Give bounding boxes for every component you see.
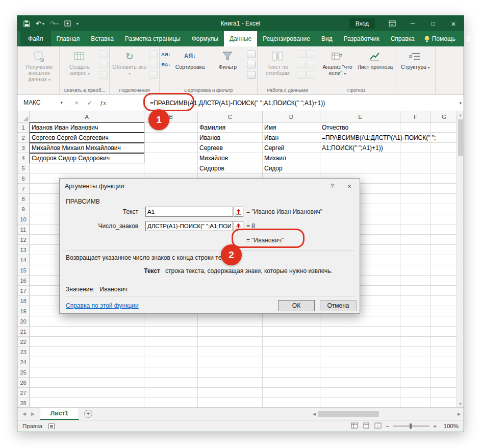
cell-B24[interactable] — [144, 357, 198, 367]
relationships-icon[interactable] — [307, 61, 315, 68]
cell-E24[interactable] — [320, 357, 400, 367]
cell-G16[interactable] — [431, 276, 458, 286]
cell-A24[interactable] — [30, 357, 144, 367]
cell-F11[interactable] — [400, 225, 431, 235]
cell-G3[interactable] — [431, 143, 458, 153]
row-header-1[interactable]: 1 — [17, 122, 30, 133]
cell-G19[interactable] — [431, 306, 458, 316]
tab-help[interactable]: Справка — [385, 31, 420, 46]
cell-G26[interactable] — [431, 378, 458, 388]
minimize-button[interactable]: ─ — [402, 16, 423, 31]
cell-E27[interactable] — [320, 388, 400, 398]
edit-links-icon[interactable] — [149, 71, 158, 79]
cell-C23[interactable] — [198, 347, 263, 357]
row-header-22[interactable]: 22 — [17, 337, 30, 347]
row-header-6[interactable]: 6 — [17, 173, 30, 184]
cell-G8[interactable] — [431, 194, 458, 204]
cell-F14[interactable] — [400, 255, 431, 265]
ribbon-display-options-button[interactable] — [382, 16, 402, 31]
cell-D1[interactable]: Имя — [263, 122, 320, 133]
zoom-out-button[interactable]: − — [386, 423, 390, 429]
cell-A2[interactable]: Сергеев Сергей Сергеевич — [30, 133, 144, 143]
cell-E25[interactable] — [320, 367, 400, 378]
row-header-8[interactable]: 8 — [17, 194, 30, 204]
outline-button[interactable]: Структура ▾ — [397, 48, 434, 85]
cell-D5[interactable]: Сидор — [263, 163, 320, 173]
clear-filter-icon[interactable] — [247, 51, 256, 58]
tab-insert[interactable]: Вставка — [85, 31, 119, 46]
cell-B26[interactable] — [144, 378, 198, 388]
sort-button[interactable]: АЯ↓ Сортировка — [171, 48, 208, 85]
row-header-19[interactable]: 19 — [17, 306, 30, 316]
cell-A23[interactable] — [30, 347, 144, 357]
cell-E3[interactable]: A1;ПОИСК(" ";A1)+1)) — [320, 143, 400, 153]
cell-G25[interactable] — [431, 367, 458, 378]
cell-A1[interactable]: Иванов Иван Иванович — [30, 122, 144, 133]
cell-A22[interactable] — [30, 337, 144, 347]
cell-G1[interactable] — [431, 122, 458, 133]
touch-mode-button[interactable] — [64, 20, 71, 27]
column-header-F[interactable]: F — [400, 111, 431, 122]
advanced-filter-icon[interactable] — [247, 71, 256, 79]
field-input-num-chars[interactable] — [145, 221, 233, 231]
cell-F26[interactable] — [400, 378, 431, 388]
tab-formulas[interactable]: Формулы — [186, 31, 224, 46]
cell-A3[interactable]: Михайлов Михаил Михайлович — [30, 143, 144, 153]
cell-F1[interactable] — [400, 122, 431, 133]
row-header-23[interactable]: 23 — [17, 347, 30, 357]
cell-D22[interactable] — [263, 337, 320, 347]
expand-formula-bar-icon[interactable]: ▾ — [459, 95, 462, 111]
zoom-slider-thumb[interactable] — [410, 424, 412, 429]
cell-C5[interactable]: Сидоров — [198, 163, 263, 173]
cell-E5[interactable] — [320, 163, 400, 173]
scroll-down-icon[interactable]: ▼ — [459, 400, 462, 407]
cell-D4[interactable]: Михаил — [263, 153, 320, 163]
formula-input[interactable]: =ПРАВСИМВ(A1;ДЛСТР(A1)-ПОИСК(" ";A1;ПОИС… — [146, 95, 451, 111]
cell-F28[interactable] — [400, 398, 431, 407]
cell-G6[interactable] — [431, 173, 458, 184]
scroll-right-icon[interactable]: ▶ — [455, 410, 463, 417]
cell-G15[interactable] — [431, 265, 458, 276]
column-header-A[interactable]: A — [30, 111, 144, 122]
tab-view[interactable]: Вид — [316, 31, 338, 46]
cell-C28[interactable] — [198, 398, 263, 407]
tab-data[interactable]: Данные — [224, 31, 257, 46]
cell-E23[interactable] — [320, 347, 400, 357]
tab-page-layout[interactable]: Разметка страницы — [119, 31, 186, 46]
column-header-D[interactable]: D — [263, 111, 320, 122]
undo-button[interactable]: ↶▾ — [36, 20, 44, 28]
cell-B20[interactable] — [144, 316, 198, 327]
row-header-14[interactable]: 14 — [17, 255, 30, 265]
cell-A20[interactable] — [30, 316, 144, 327]
filter-button[interactable]: Фильтр — [209, 48, 246, 85]
zoom-in-button[interactable]: + — [433, 423, 437, 429]
cell-E1[interactable]: Отчество — [320, 122, 400, 133]
cell-G21[interactable] — [431, 327, 458, 337]
close-button[interactable]: × — [443, 16, 464, 31]
cell-D21[interactable] — [263, 327, 320, 337]
cell-F16[interactable] — [400, 276, 431, 286]
cell-G7[interactable] — [431, 184, 458, 194]
cell-A4[interactable]: Сидоров Сидор Сидорович — [30, 153, 144, 163]
cell-B5[interactable] — [144, 163, 198, 173]
row-header-9[interactable]: 9 — [17, 204, 30, 214]
cell-G28[interactable] — [431, 398, 458, 407]
cell-D3[interactable]: Сергей — [263, 143, 320, 153]
sheet-tab-list1[interactable]: Лист1 — [40, 408, 79, 420]
cell-A28[interactable] — [30, 398, 144, 407]
row-header-5[interactable]: 5 — [17, 163, 30, 173]
name-box[interactable]: МАКС ▾ — [19, 96, 66, 109]
cell-C20[interactable] — [198, 316, 263, 327]
cell-F21[interactable] — [400, 327, 431, 337]
cell-G17[interactable] — [431, 286, 458, 296]
cell-F9[interactable] — [400, 204, 431, 214]
row-header-12[interactable]: 12 — [17, 235, 30, 245]
cell-E26[interactable] — [320, 378, 400, 388]
share-button[interactable]: Поделиться — [462, 35, 481, 42]
refresh-all-button[interactable]: ↻ Обновить все ▾ — [111, 48, 148, 85]
horizontal-scrollbar[interactable]: ◀ ▶ — [311, 408, 464, 420]
properties-icon[interactable] — [149, 61, 158, 68]
cell-C4[interactable]: Михайлов — [198, 153, 263, 163]
sign-in-button[interactable]: Вход — [349, 18, 375, 29]
cancel-button[interactable]: Отмена — [320, 300, 357, 311]
